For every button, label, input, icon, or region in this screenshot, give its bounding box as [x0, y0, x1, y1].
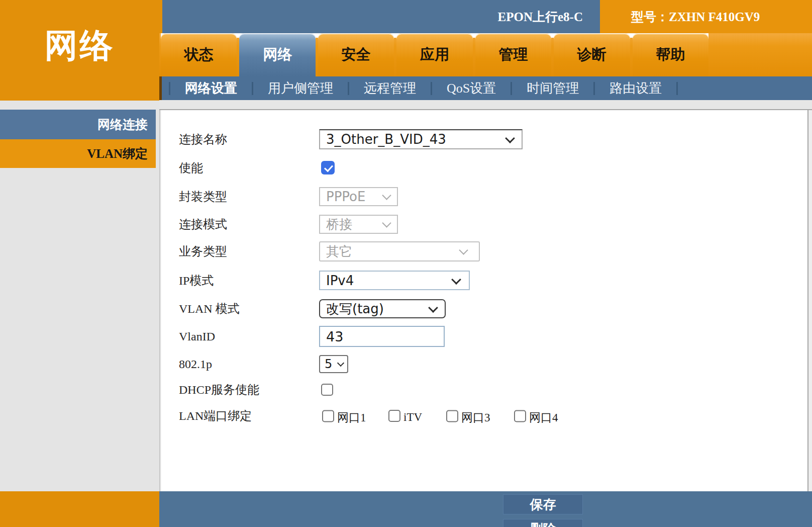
chevron-down-icon [382, 191, 391, 200]
chevron-down-icon [505, 133, 515, 143]
row-vlan-id: VlanID [159, 326, 807, 347]
lan-port-4-label: 网口4 [529, 407, 558, 425]
model-number-text: 型号：ZXHN F410GV9 [631, 9, 760, 25]
chevron-down-icon [428, 303, 438, 313]
subnav-separator [676, 82, 678, 95]
chevron-down-icon [382, 218, 391, 227]
encapsulation-select: PPPoE [319, 187, 398, 206]
connection-mode-value: 桥接 [320, 216, 352, 233]
priority-802-1p-label: 802.1p [179, 358, 212, 371]
row-ip-mode: IP模式 IPv4 [159, 271, 807, 290]
chevron-down-icon [459, 245, 468, 254]
enable-checkbox[interactable] [321, 161, 335, 174]
tab-application[interactable]: 应用 [396, 33, 472, 76]
vlan-id-label: VlanID [179, 330, 215, 343]
service-type-value: 其它 [320, 243, 352, 260]
vlan-mode-value: 改写(tag) [320, 300, 384, 318]
sidebar: 网络 网络连接 VLAN绑定 [0, 0, 159, 527]
dhcp-enable-label: DHCP服务使能 [179, 382, 259, 398]
connection-mode-label: 连接模式 [179, 216, 227, 232]
subnav-network-settings[interactable]: 网络设置 [170, 79, 252, 97]
tab-help[interactable]: 帮助 [633, 33, 708, 76]
connection-name-value: 3_Other_B_VID_43 [320, 132, 446, 147]
row-enable: 使能 [159, 161, 807, 174]
main-tabs: 状态 网络 安全 应用 管理 诊断 帮助 [161, 33, 708, 76]
tab-status[interactable]: 状态 [161, 33, 237, 76]
sidebar-footer [0, 491, 159, 527]
encapsulation-label: 封装类型 [179, 189, 227, 205]
sidebar-header: 网络 [0, 0, 159, 101]
footer-bar: 保存 删除 [159, 491, 812, 527]
sidebar-title: 网络 [45, 29, 115, 71]
right-gutter [807, 110, 812, 491]
lan-port-1-label: 网口1 [337, 407, 366, 425]
tab-management[interactable]: 管理 [475, 33, 551, 76]
router-admin-page: 网络 网络连接 VLAN绑定 EPON上行e8-C 型号：ZXHN F410GV… [0, 0, 812, 527]
sub-nav-bar: 网络设置 用户侧管理 远程管理 QoS设置 时间管理 路由设置 [159, 76, 812, 100]
service-type-select: 其它 [319, 241, 480, 261]
tab-diagnosis[interactable]: 诊断 [554, 33, 630, 76]
lan-port-1-checkbox[interactable] [322, 410, 334, 422]
tab-status-label: 状态 [184, 45, 214, 65]
itv-label: iTV [403, 408, 422, 424]
content-top-strip [159, 100, 812, 110]
subnav-qos-settings[interactable]: QoS设置 [432, 79, 511, 97]
subnav-routing-settings[interactable]: 路由设置 [595, 79, 676, 97]
row-priority: 802.1p 5 [159, 355, 807, 373]
encapsulation-value: PPPoE [320, 189, 365, 204]
vlan-id-input[interactable] [319, 326, 445, 347]
tab-security-label: 安全 [342, 45, 371, 65]
connection-mode-select: 桥接 [319, 215, 398, 234]
tab-management-label: 管理 [498, 45, 528, 65]
row-connection-mode: 连接模式 桥接 [159, 215, 807, 234]
row-dhcp-enable: DHCP服务使能 [159, 384, 807, 396]
sidebar-item-vlan-binding[interactable]: VLAN绑定 [0, 139, 156, 168]
tab-network[interactable]: 网络 [239, 33, 315, 76]
device-uplink-text: EPON上行e8-C [498, 9, 583, 25]
connection-name-label: 连接名称 [179, 131, 227, 147]
row-vlan-mode: VLAN 模式 改写(tag) [159, 299, 807, 318]
lan-port-4-checkbox[interactable] [514, 410, 526, 422]
tab-diagnosis-label: 诊断 [577, 45, 606, 65]
sidebar-item-network-connection[interactable]: 网络连接 [0, 110, 156, 139]
ip-mode-value: IPv4 [320, 273, 354, 288]
tab-network-label: 网络 [263, 45, 292, 65]
lan-port-3-checkbox[interactable] [446, 410, 458, 422]
lan-port-3-label: 网口3 [461, 407, 490, 425]
itv-checkbox[interactable] [388, 410, 400, 422]
chevron-down-icon [451, 275, 461, 285]
top-header-model-area: 型号：ZXHN F410GV9 [600, 0, 812, 33]
save-button[interactable]: 保存 [503, 494, 583, 514]
service-type-label: 业务类型 [179, 243, 227, 259]
lan-binding-label: LAN端口绑定 [179, 408, 252, 424]
tab-application-label: 应用 [420, 45, 449, 65]
tab-security[interactable]: 安全 [318, 33, 394, 76]
priority-802-1p-select[interactable]: 5 [319, 355, 348, 373]
priority-802-1p-value: 5 [320, 357, 332, 371]
top-header-bar: EPON上行e8-C [159, 0, 600, 33]
delete-button[interactable]: 删除 [503, 519, 583, 527]
main-tab-bar: 状态 网络 安全 应用 管理 诊断 帮助 [159, 33, 812, 76]
row-lan-binding: LAN端口绑定 网口1 iTV 网口3 网口4 [159, 404, 807, 427]
ip-mode-label: IP模式 [179, 273, 214, 289]
tab-help-label: 帮助 [656, 45, 685, 65]
connection-form: 连接名称 3_Other_B_VID_43 使能 封装类型 PPPoE 连接模式… [159, 110, 807, 491]
row-connection-name: 连接名称 3_Other_B_VID_43 [159, 129, 807, 149]
sidebar-item-network-connection-label: 网络连接 [97, 116, 148, 133]
chevron-down-icon [337, 360, 344, 367]
row-service-type: 业务类型 其它 [159, 241, 807, 261]
subnav-user-side-management[interactable]: 用户侧管理 [253, 79, 348, 97]
dhcp-enable-checkbox[interactable] [321, 384, 333, 396]
row-encapsulation: 封装类型 PPPoE [159, 187, 807, 206]
enable-label: 使能 [179, 160, 203, 176]
sidebar-item-vlan-binding-label: VLAN绑定 [87, 145, 148, 162]
vlan-mode-select[interactable]: 改写(tag) [319, 299, 446, 318]
vlan-mode-label: VLAN 模式 [179, 301, 240, 317]
connection-name-select[interactable]: 3_Other_B_VID_43 [319, 129, 523, 149]
ip-mode-select[interactable]: IPv4 [319, 271, 470, 290]
subnav-remote-management[interactable]: 远程管理 [349, 79, 431, 97]
subnav-time-management[interactable]: 时间管理 [512, 79, 593, 97]
